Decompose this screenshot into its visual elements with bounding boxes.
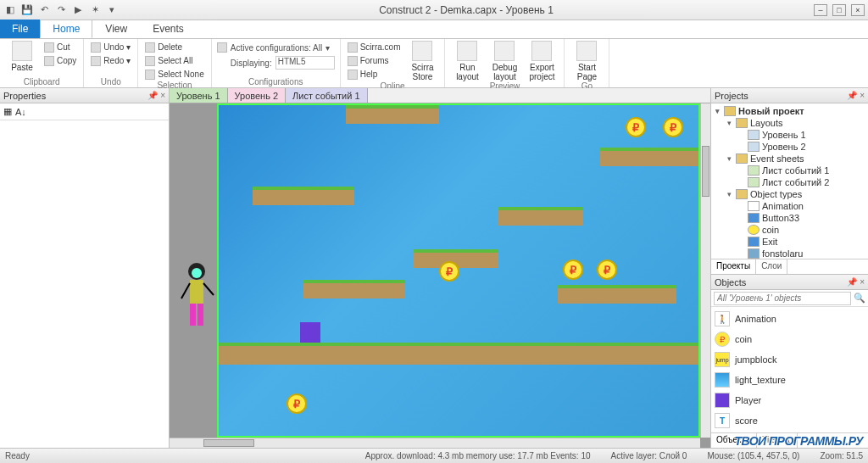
tab-view[interactable]: View xyxy=(92,20,140,38)
window-title: Construct 2 - Demka.capx - Уровень 1 xyxy=(119,4,814,16)
objects-pin-icon[interactable]: 📌 xyxy=(847,277,857,287)
help-link[interactable]: Help xyxy=(346,68,403,81)
scirra-store-button[interactable]: Scirra Store xyxy=(405,41,439,81)
coin-object[interactable]: ₽ xyxy=(626,117,646,137)
objects-search-icon[interactable]: 🔍 xyxy=(854,293,865,304)
scirra-link[interactable]: Scirra.com xyxy=(346,41,403,53)
objects-close-icon[interactable]: × xyxy=(860,277,865,287)
run-layout-button[interactable]: Run layout xyxy=(450,41,484,81)
animation-object[interactable] xyxy=(178,261,219,329)
qat-dropdown-icon[interactable]: ▾ xyxy=(105,3,119,17)
group-undo-label: Undo xyxy=(89,77,132,87)
svg-rect-3 xyxy=(190,304,196,326)
status-ready: Ready xyxy=(5,451,30,460)
copy-button[interactable]: Copy xyxy=(42,54,78,67)
status-zoom: Zoom: 51.5 xyxy=(820,451,863,460)
displaying-select[interactable]: HTML5 xyxy=(275,56,335,70)
properties-body xyxy=(0,120,169,448)
horizontal-scrollbar[interactable] xyxy=(170,438,700,448)
qat-undo-icon[interactable]: ↶ xyxy=(37,3,51,17)
group-clipboard-label: Clipboard xyxy=(5,77,78,87)
coin-object[interactable]: ₽ xyxy=(563,259,583,280)
coin-object[interactable]: ₽ xyxy=(597,259,617,280)
redo-button[interactable]: Redo ▾ xyxy=(89,54,132,67)
group-config-label: Configurations xyxy=(217,77,335,87)
tab-home[interactable]: Home xyxy=(40,20,92,38)
qat-redo-icon[interactable]: ↷ xyxy=(54,3,68,17)
subtab-objects[interactable]: Объекты xyxy=(711,433,757,448)
coin-object[interactable]: ₽ xyxy=(439,261,459,282)
props-sort-icon[interactable]: A↓ xyxy=(15,107,26,117)
forums-link[interactable]: Forums xyxy=(346,54,403,67)
qat-settings-icon[interactable]: ✶ xyxy=(88,3,102,17)
window-max-button[interactable]: □ xyxy=(832,4,846,16)
qat-run-icon[interactable]: ▶ xyxy=(71,3,85,17)
undo-button[interactable]: Undo ▾ xyxy=(89,41,132,53)
projects-title: Projects xyxy=(715,91,748,101)
properties-title: Properties xyxy=(3,91,46,101)
paste-button[interactable]: Paste xyxy=(5,41,39,72)
subtab-projects[interactable]: Проекты xyxy=(711,259,756,274)
debug-layout-button[interactable]: Debug layout xyxy=(487,41,521,81)
properties-close-icon[interactable]: × xyxy=(160,91,165,100)
active-config-label[interactable]: Active configurations: All xyxy=(231,43,322,53)
tab-events[interactable]: Events xyxy=(140,20,197,38)
select-all-button[interactable]: Select All xyxy=(143,54,205,67)
doc-tab-level2[interactable]: Уровень 2 xyxy=(228,88,287,103)
qat-save-icon[interactable]: 💾 xyxy=(20,3,34,17)
file-menu[interactable]: File xyxy=(0,20,40,38)
export-project-button[interactable]: Export project xyxy=(525,41,559,81)
status-layer: Active layer: Слой 0 xyxy=(611,451,687,460)
cut-button[interactable]: Cut xyxy=(42,41,78,53)
window-min-button[interactable]: – xyxy=(814,4,827,16)
subtab-tilemap[interactable]: Tilemap xyxy=(757,433,798,448)
svg-rect-4 xyxy=(198,304,203,326)
svg-line-5 xyxy=(181,283,190,298)
config-icon xyxy=(217,42,227,53)
props-cat-icon[interactable]: ▦ xyxy=(3,106,12,117)
delete-button[interactable]: Delete xyxy=(143,41,205,53)
app-icon: ◧ xyxy=(3,3,17,17)
objects-search-input[interactable] xyxy=(714,292,851,305)
displaying-label: Displaying: xyxy=(217,59,272,68)
projects-pin-icon[interactable]: 📌 xyxy=(847,91,857,100)
subtab-layers[interactable]: Слои xyxy=(756,259,787,274)
project-tree[interactable]: ▾Новый проект ▾Layouts Уровень 1 Уровень… xyxy=(711,103,868,259)
coin-object[interactable]: ₽ xyxy=(287,393,307,414)
svg-point-1 xyxy=(192,268,202,278)
player-object[interactable] xyxy=(300,322,320,343)
vertical-scrollbar[interactable] xyxy=(700,103,710,438)
objects-title: Objects xyxy=(715,277,746,287)
properties-pin-icon[interactable]: 📌 xyxy=(147,91,158,100)
coin-object[interactable]: ₽ xyxy=(663,117,683,137)
doc-tab-level1[interactable]: Уровень 1 xyxy=(170,88,228,103)
projects-close-icon[interactable]: × xyxy=(860,91,865,100)
objects-list[interactable]: 🚶Animation ₽coin jumpjumpblock light_tex… xyxy=(711,307,868,432)
svg-rect-2 xyxy=(190,280,203,304)
start-page-button[interactable]: Start Page xyxy=(570,41,604,81)
status-memory: Approx. download: 4.3 mb memory use: 17.… xyxy=(365,451,591,460)
select-none-button[interactable]: Select None xyxy=(143,68,205,81)
svg-line-6 xyxy=(203,283,214,295)
layout-editor[interactable]: ₽ ₽ ₽ ₽ ₽ ₽ xyxy=(170,103,710,448)
status-mouse: Mouse: (105.4, 457.5, 0) xyxy=(707,451,799,460)
doc-tab-events1[interactable]: Лист событий 1 xyxy=(286,88,367,103)
window-close-button[interactable]: × xyxy=(851,4,865,16)
